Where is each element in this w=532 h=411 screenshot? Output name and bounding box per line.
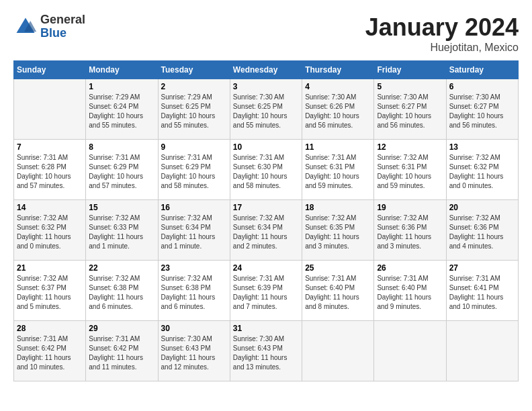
day-info: Sunrise: 7:32 AM Sunset: 6:35 PM Dayligh… xyxy=(305,214,371,251)
day-info: Sunrise: 7:30 AM Sunset: 6:27 PM Dayligh… xyxy=(449,93,515,130)
weekday-header: Sunday xyxy=(14,61,86,79)
day-number: 27 xyxy=(449,263,515,273)
day-number: 29 xyxy=(89,324,154,333)
day-info: Sunrise: 7:32 AM Sunset: 6:37 PM Dayligh… xyxy=(17,274,83,312)
day-info: Sunrise: 7:32 AM Sunset: 6:31 PM Dayligh… xyxy=(377,153,443,191)
day-number: 13 xyxy=(449,142,515,152)
day-number: 16 xyxy=(161,203,227,212)
calendar-cell: 7Sunrise: 7:31 AM Sunset: 6:28 PM Daylig… xyxy=(14,140,86,200)
calendar-cell: 12Sunrise: 7:32 AM Sunset: 6:31 PM Dayli… xyxy=(374,140,446,200)
day-info: Sunrise: 7:31 AM Sunset: 6:41 PM Dayligh… xyxy=(449,274,515,312)
calendar-week-row: 21Sunrise: 7:32 AM Sunset: 6:37 PM Dayli… xyxy=(14,261,519,321)
calendar-cell: 23Sunrise: 7:32 AM Sunset: 6:38 PM Dayli… xyxy=(158,261,230,321)
day-info: Sunrise: 7:32 AM Sunset: 6:38 PM Dayligh… xyxy=(161,274,227,312)
calendar-cell: 8Sunrise: 7:31 AM Sunset: 6:29 PM Daylig… xyxy=(86,140,158,200)
day-number: 22 xyxy=(89,263,154,273)
day-number: 23 xyxy=(161,263,227,273)
calendar-cell: 28Sunrise: 7:31 AM Sunset: 6:42 PM Dayli… xyxy=(14,321,86,381)
day-number: 24 xyxy=(233,263,299,273)
day-number: 12 xyxy=(377,142,443,152)
day-info: Sunrise: 7:30 AM Sunset: 6:43 PM Dayligh… xyxy=(233,334,299,372)
day-info: Sunrise: 7:30 AM Sunset: 6:26 PM Dayligh… xyxy=(305,93,371,130)
day-number: 2 xyxy=(161,82,227,91)
day-info: Sunrise: 7:31 AM Sunset: 6:40 PM Dayligh… xyxy=(305,274,371,312)
day-number: 26 xyxy=(377,263,443,273)
day-number: 5 xyxy=(377,82,443,91)
calendar-cell: 25Sunrise: 7:31 AM Sunset: 6:40 PM Dayli… xyxy=(302,261,374,321)
calendar-week-row: 1Sunrise: 7:29 AM Sunset: 6:24 PM Daylig… xyxy=(14,79,519,140)
day-info: Sunrise: 7:29 AM Sunset: 6:25 PM Dayligh… xyxy=(161,93,227,130)
calendar-cell: 16Sunrise: 7:32 AM Sunset: 6:34 PM Dayli… xyxy=(158,200,230,261)
logo-general: General xyxy=(40,13,85,27)
day-info: Sunrise: 7:32 AM Sunset: 6:38 PM Dayligh… xyxy=(89,274,154,312)
day-info: Sunrise: 7:31 AM Sunset: 6:29 PM Dayligh… xyxy=(89,153,154,191)
day-number: 10 xyxy=(233,142,299,152)
day-info: Sunrise: 7:32 AM Sunset: 6:32 PM Dayligh… xyxy=(17,214,83,251)
calendar-cell: 17Sunrise: 7:32 AM Sunset: 6:34 PM Dayli… xyxy=(230,200,302,261)
day-info: Sunrise: 7:32 AM Sunset: 6:36 PM Dayligh… xyxy=(377,214,443,251)
logo-icon xyxy=(13,15,38,39)
day-info: Sunrise: 7:32 AM Sunset: 6:32 PM Dayligh… xyxy=(449,153,515,191)
day-number: 3 xyxy=(233,82,299,91)
calendar-cell: 6Sunrise: 7:30 AM Sunset: 6:27 PM Daylig… xyxy=(446,79,518,140)
calendar-cell: 19Sunrise: 7:32 AM Sunset: 6:36 PM Dayli… xyxy=(374,200,446,261)
day-info: Sunrise: 7:30 AM Sunset: 6:43 PM Dayligh… xyxy=(161,334,227,372)
day-info: Sunrise: 7:32 AM Sunset: 6:36 PM Dayligh… xyxy=(449,214,515,251)
day-info: Sunrise: 7:32 AM Sunset: 6:34 PM Dayligh… xyxy=(233,214,299,251)
calendar-cell: 20Sunrise: 7:32 AM Sunset: 6:36 PM Dayli… xyxy=(446,200,518,261)
calendar-cell: 24Sunrise: 7:31 AM Sunset: 6:39 PM Dayli… xyxy=(230,261,302,321)
day-info: Sunrise: 7:32 AM Sunset: 6:33 PM Dayligh… xyxy=(89,214,154,251)
day-number: 31 xyxy=(233,324,299,333)
day-number: 9 xyxy=(161,142,227,152)
logo-blue: Blue xyxy=(40,27,85,40)
calendar-week-row: 28Sunrise: 7:31 AM Sunset: 6:42 PM Dayli… xyxy=(14,321,519,381)
day-info: Sunrise: 7:29 AM Sunset: 6:24 PM Dayligh… xyxy=(89,93,154,130)
calendar-cell: 2Sunrise: 7:29 AM Sunset: 6:25 PM Daylig… xyxy=(158,79,230,140)
calendar-cell: 18Sunrise: 7:32 AM Sunset: 6:35 PM Dayli… xyxy=(302,200,374,261)
day-number: 1 xyxy=(89,82,154,91)
calendar-cell xyxy=(374,321,446,381)
weekday-header: Wednesday xyxy=(230,61,302,79)
day-info: Sunrise: 7:32 AM Sunset: 6:34 PM Dayligh… xyxy=(161,214,227,251)
calendar-cell: 10Sunrise: 7:31 AM Sunset: 6:30 PM Dayli… xyxy=(230,140,302,200)
calendar-cell: 26Sunrise: 7:31 AM Sunset: 6:40 PM Dayli… xyxy=(374,261,446,321)
day-info: Sunrise: 7:30 AM Sunset: 6:27 PM Dayligh… xyxy=(377,93,443,130)
calendar-cell: 11Sunrise: 7:31 AM Sunset: 6:31 PM Dayli… xyxy=(302,140,374,200)
day-number: 7 xyxy=(17,142,83,152)
month-title: January 2024 xyxy=(365,13,519,42)
calendar-cell: 21Sunrise: 7:32 AM Sunset: 6:37 PM Dayli… xyxy=(14,261,86,321)
calendar-cell: 13Sunrise: 7:32 AM Sunset: 6:32 PM Dayli… xyxy=(446,140,518,200)
day-number: 28 xyxy=(17,324,83,333)
calendar-cell: 3Sunrise: 7:30 AM Sunset: 6:25 PM Daylig… xyxy=(230,79,302,140)
calendar-cell: 1Sunrise: 7:29 AM Sunset: 6:24 PM Daylig… xyxy=(86,79,158,140)
day-number: 17 xyxy=(233,203,299,212)
day-info: Sunrise: 7:31 AM Sunset: 6:42 PM Dayligh… xyxy=(17,334,83,372)
calendar-cell: 27Sunrise: 7:31 AM Sunset: 6:41 PM Dayli… xyxy=(446,261,518,321)
day-info: Sunrise: 7:30 AM Sunset: 6:25 PM Dayligh… xyxy=(233,93,299,130)
calendar-cell: 31Sunrise: 7:30 AM Sunset: 6:43 PM Dayli… xyxy=(230,321,302,381)
day-number: 21 xyxy=(17,263,83,273)
weekday-header: Saturday xyxy=(446,61,518,79)
calendar-cell: 9Sunrise: 7:31 AM Sunset: 6:29 PM Daylig… xyxy=(158,140,230,200)
calendar-cell: 4Sunrise: 7:30 AM Sunset: 6:26 PM Daylig… xyxy=(302,79,374,140)
calendar-cell: 5Sunrise: 7:30 AM Sunset: 6:27 PM Daylig… xyxy=(374,79,446,140)
day-number: 14 xyxy=(17,203,83,212)
weekday-header: Friday xyxy=(374,61,446,79)
weekday-header-row: SundayMondayTuesdayWednesdayThursdayFrid… xyxy=(14,61,519,79)
calendar-cell xyxy=(302,321,374,381)
day-number: 20 xyxy=(449,203,515,212)
day-info: Sunrise: 7:31 AM Sunset: 6:28 PM Dayligh… xyxy=(17,153,83,191)
day-number: 6 xyxy=(449,82,515,91)
calendar-cell: 15Sunrise: 7:32 AM Sunset: 6:33 PM Dayli… xyxy=(86,200,158,261)
day-number: 25 xyxy=(305,263,371,273)
calendar-cell xyxy=(446,321,518,381)
calendar-cell: 30Sunrise: 7:30 AM Sunset: 6:43 PM Dayli… xyxy=(158,321,230,381)
day-info: Sunrise: 7:31 AM Sunset: 6:39 PM Dayligh… xyxy=(233,274,299,312)
weekday-header: Thursday xyxy=(302,61,374,79)
day-number: 30 xyxy=(161,324,227,333)
calendar-week-row: 14Sunrise: 7:32 AM Sunset: 6:32 PM Dayli… xyxy=(14,200,519,261)
day-info: Sunrise: 7:31 AM Sunset: 6:40 PM Dayligh… xyxy=(377,274,443,312)
day-number: 15 xyxy=(89,203,154,212)
title-block: January 2024 Huejotitan, Mexico xyxy=(365,13,519,54)
day-number: 11 xyxy=(305,142,371,152)
